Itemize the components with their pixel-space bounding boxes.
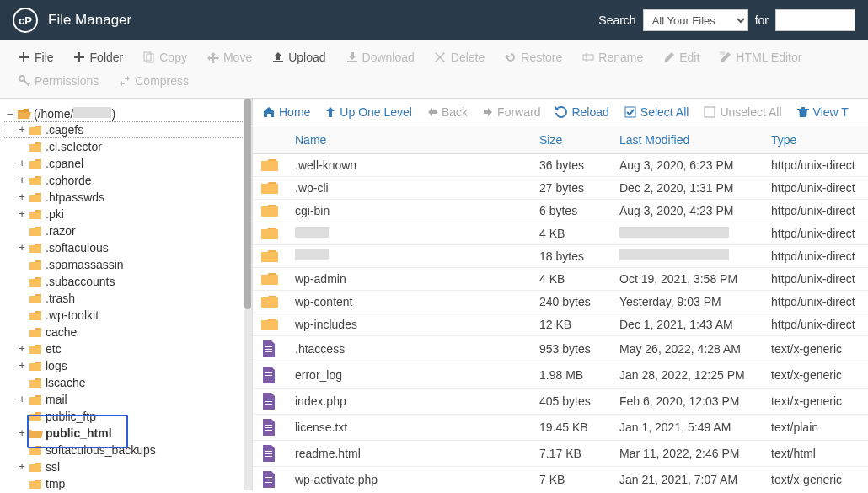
table-row[interactable]: error_log1.98 MBJan 28, 2022, 12:25 PMte…	[253, 362, 868, 389]
table-row[interactable]: .well-known36 bytesAug 3, 2020, 6:23 PMh…	[253, 154, 868, 177]
back-button[interactable]: Back	[427, 105, 468, 119]
expand-icon[interactable]: +	[17, 125, 27, 135]
col-size[interactable]: Size	[531, 126, 611, 154]
reload-button[interactable]: Reload	[555, 105, 608, 119]
tree-item-softaculous[interactable]: +.softaculous	[3, 240, 249, 255]
forward-button[interactable]: Forward	[483, 105, 540, 119]
redacted-text	[619, 227, 729, 238]
folder-icon	[29, 260, 43, 271]
folder-icon	[29, 344, 43, 355]
expand-icon[interactable]: +	[17, 243, 27, 253]
plus-icon	[19, 52, 30, 62]
folder-icon	[253, 200, 287, 222]
table-row[interactable]: 4 KBhttpd/unix-direct	[253, 222, 868, 245]
tree-scrollbar[interactable]	[244, 99, 252, 490]
tree-item-tmp[interactable]: tmp	[3, 476, 249, 490]
table-row[interactable]: wp-activate.php7 KBJan 21, 2021, 7:07 AM…	[253, 467, 868, 491]
tree-item-cphorde[interactable]: +.cphorde	[3, 173, 249, 188]
folder-icon	[29, 158, 43, 169]
key-icon	[19, 75, 30, 87]
tree-item-htpasswds[interactable]: +.htpasswds	[3, 190, 249, 205]
up-button[interactable]: Up One Level	[325, 105, 412, 119]
expand-icon[interactable]: +	[17, 158, 27, 169]
table-row[interactable]: index.php405 bytesFeb 6, 2020, 12:03 PMt…	[253, 389, 868, 415]
search-scope-select[interactable]: All Your Files	[643, 9, 748, 31]
table-row[interactable]: wp-admin4 KBOct 19, 2021, 3:58 PMhttpd/u…	[253, 268, 868, 291]
collapse-icon[interactable]: –	[5, 109, 15, 119]
tree-item-public_html[interactable]: +public_html	[3, 426, 249, 441]
home-button[interactable]: Home	[263, 105, 310, 119]
upload-button[interactable]: Upload	[262, 46, 335, 69]
tree-item-lscache[interactable]: lscache	[3, 375, 249, 390]
tree-item-public_ftp[interactable]: public_ftp	[3, 409, 249, 424]
upload-icon	[272, 51, 284, 63]
col-name[interactable]: Name	[287, 126, 531, 154]
folder-button[interactable]: Folder	[64, 46, 134, 69]
folder-icon	[29, 445, 43, 456]
reload-icon	[555, 106, 567, 118]
view-trash-button[interactable]: View T	[797, 105, 849, 119]
folder-icon	[29, 175, 43, 186]
search-input[interactable]	[775, 9, 855, 31]
tree-item-trash[interactable]: .trash	[3, 291, 249, 306]
table-row[interactable]: 18 byteshttpd/unix-direct	[253, 245, 868, 268]
tree-item-subaccounts[interactable]: .subaccounts	[3, 274, 249, 289]
tree-root[interactable]: – (/home/)	[3, 106, 249, 121]
col-last-modified[interactable]: Last Modified	[611, 126, 763, 154]
folder-icon	[29, 142, 43, 153]
expand-icon[interactable]: +	[17, 209, 27, 219]
compress-icon	[119, 75, 131, 87]
unselect-all-button[interactable]: Unselect All	[704, 105, 781, 119]
tree-item-razor[interactable]: .razor	[3, 223, 249, 238]
table-row[interactable]: .htaccess953 bytesMay 26, 2022, 4:28 AMt…	[253, 336, 868, 362]
folder-icon	[253, 222, 287, 245]
tree-item-softaculous_backups[interactable]: softaculous_backups	[3, 442, 249, 458]
redacted-text	[619, 249, 729, 260]
search-label: Search	[598, 13, 635, 27]
table-row[interactable]: license.txt19.45 KBJan 1, 2021, 5:49 AMt…	[253, 415, 868, 441]
table-row[interactable]: wp-content240 bytesYesterday, 9:03 PMhtt…	[253, 291, 868, 313]
tree-item-cpanel[interactable]: +.cpanel	[3, 156, 249, 171]
tree-item-logs[interactable]: +logs	[3, 358, 249, 373]
tree-item-cache[interactable]: cache	[3, 324, 249, 340]
folder-open-icon	[18, 109, 31, 120]
col-type[interactable]: Type	[763, 126, 868, 154]
folder-icon	[253, 291, 287, 313]
svg-rect-5	[625, 107, 635, 117]
delete-button: Delete	[425, 46, 495, 69]
table-row[interactable]: cgi-bin6 bytesAug 3, 2020, 4:23 PMhttpd/…	[253, 200, 868, 222]
folder-icon	[253, 154, 287, 177]
table-row[interactable]: wp-includes12 KBDec 1, 2021, 1:43 AMhttp…	[253, 313, 868, 336]
file-button[interactable]: File	[8, 46, 64, 69]
tree-item-clselector[interactable]: .cl.selector	[3, 139, 249, 154]
expand-icon[interactable]: +	[17, 428, 27, 438]
download-button: Download	[336, 46, 425, 69]
expand-icon[interactable]: +	[17, 394, 27, 405]
file-list-panel: HomeUp One LevelBackForwardReloadSelect …	[253, 99, 868, 490]
tree-item-etc[interactable]: +etc	[3, 341, 249, 356]
folder-icon	[29, 310, 43, 321]
tree-item-spamassassin[interactable]: .spamassassin	[3, 257, 249, 272]
expand-icon[interactable]: +	[17, 361, 27, 371]
folder-tree-panel[interactable]: – (/home/) +.cagefs.cl.selector+.cpanel+…	[0, 99, 253, 490]
x-icon	[435, 52, 447, 62]
table-row[interactable]: .wp-cli27 bytesDec 2, 2020, 1:31 PMhttpd…	[253, 177, 868, 200]
expand-icon[interactable]: +	[17, 462, 27, 472]
file-icon	[253, 362, 287, 389]
expand-icon[interactable]: +	[17, 344, 27, 354]
edit-button: Edit	[653, 46, 710, 69]
main-area: – (/home/) +.cagefs.cl.selector+.cpanel+…	[0, 99, 868, 490]
tree-item-mail[interactable]: +mail	[3, 392, 249, 407]
move-icon	[207, 51, 219, 63]
tree-item-wp-toolkit[interactable]: .wp-toolkit	[3, 308, 249, 323]
tree-item-pki[interactable]: +.pki	[3, 206, 249, 222]
select-all-button[interactable]: Select All	[624, 105, 689, 119]
expand-icon[interactable]: +	[17, 175, 27, 185]
table-row[interactable]: readme.html7.17 KBMar 11, 2022, 2:46 PMt…	[253, 441, 868, 467]
file-table-wrap[interactable]: NameSizeLast ModifiedType .well-known36 …	[253, 126, 868, 490]
expand-icon[interactable]: +	[17, 192, 27, 202]
tree-item-ssl[interactable]: +ssl	[3, 459, 249, 474]
compress-button: Compress	[109, 69, 199, 93]
svg-rect-6	[705, 107, 715, 117]
tree-item-cagefs[interactable]: +.cagefs	[3, 122, 249, 137]
